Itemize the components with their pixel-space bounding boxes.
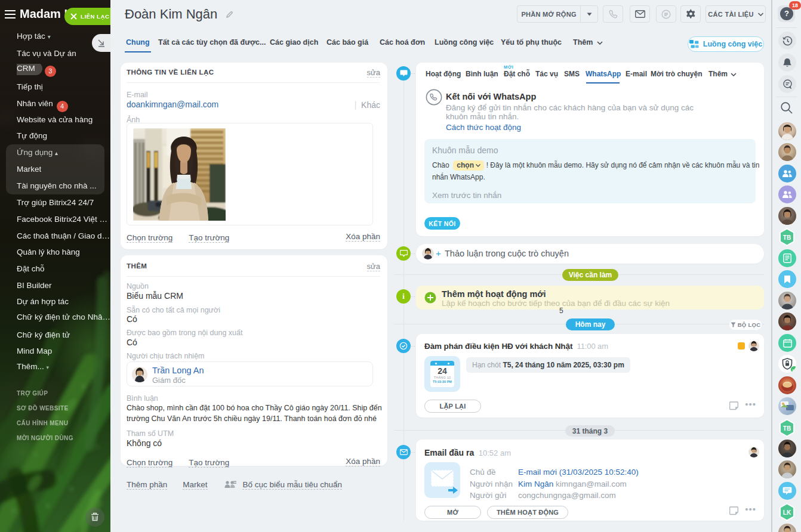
svg-text:LK: LK: [783, 509, 791, 516]
svg-text:TB: TB: [783, 234, 791, 241]
svg-text:TB: TB: [783, 425, 791, 432]
